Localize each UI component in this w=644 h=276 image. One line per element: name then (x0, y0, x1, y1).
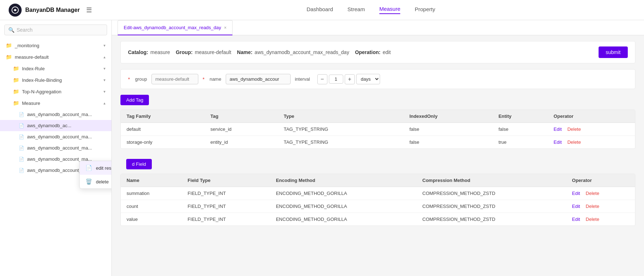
hamburger-icon[interactable]: ☰ (86, 6, 92, 14)
col-encoding: Encoding Method (270, 174, 416, 187)
group-info: Group: measure-default (176, 49, 231, 55)
operation-info: Operation: edit (355, 49, 391, 55)
field-name-cell: count (121, 200, 182, 213)
edit-resources-icon: 📄 (85, 165, 92, 171)
sidebar: 🔍 📁 _monitoring ▾ 📁 measure-default ▴ 📁 … (0, 20, 112, 276)
context-edit-resources[interactable]: 📄 edit resources (80, 161, 112, 175)
search-icon: 🔍 (8, 27, 14, 33)
sidebar-item-measure-default[interactable]: 📁 measure-default ▴ (0, 51, 111, 63)
sidebar-item-measure-folder[interactable]: 📁 Measure ▴ (0, 97, 111, 109)
tag-edit-button-0[interactable]: Edit (553, 126, 561, 132)
col-compression: Compression Method (416, 174, 566, 187)
add-tag-button[interactable]: Add Tag (120, 95, 149, 105)
sidebar-label: measure-default (15, 54, 101, 60)
encoding-cell: ENCODING_METHOD_GORILLA (270, 200, 416, 213)
sidebar-file-label: aws_dynamodb_account_ma... (27, 134, 106, 139)
search-box[interactable]: 🔍 (4, 25, 107, 35)
sidebar-file-4[interactable]: 📄 aws_dynamodb_account_ma... (0, 142, 111, 153)
interval-increment-button[interactable]: + (345, 74, 355, 84)
context-menu: 📄 edit resources 🗑️ delete (79, 161, 112, 189)
tab-edit-measure[interactable]: Edit-aws_dynamodb_account_max_reads_day … (118, 20, 233, 35)
interval-decrement-button[interactable]: − (317, 74, 327, 84)
col-indexed-only: IndexedOnly (403, 110, 493, 123)
table-row: summation FIELD_TYPE_INT ENCODING_METHOD… (121, 187, 635, 200)
nav-dashboard[interactable]: Dashboard (306, 6, 333, 14)
tab-label: Edit-aws_dynamodb_account_max_reads_day (124, 25, 221, 30)
field-edit-button-0[interactable]: Edit (572, 191, 580, 196)
interval-value: 1 (329, 75, 343, 84)
sidebar-file-1[interactable]: 📄 aws_dynamodb_account_ma... (0, 109, 111, 120)
operation-label: Operation: (355, 49, 380, 55)
sidebar-item-index-rule[interactable]: 📁 Index-Rule ▾ (0, 63, 111, 74)
folder-icon: 📁 (6, 54, 12, 60)
field-delete-button-0[interactable]: Delete (586, 191, 599, 196)
tag-delete-button-1[interactable]: Delete (567, 139, 581, 145)
context-edit-label: edit resources (96, 165, 112, 171)
folder-icon: 📁 (6, 43, 12, 48)
sidebar-file-label: aws_dynamodb_ac... (27, 123, 106, 128)
field-delete-button-2[interactable]: Delete (586, 217, 599, 222)
context-delete-label: delete (96, 179, 109, 184)
field-edit-button-2[interactable]: Edit (572, 217, 580, 222)
field-type-cell: FIELD_TYPE_INT (182, 213, 270, 226)
operator-cell: Edit Delete (566, 187, 635, 200)
operation-value: edit (383, 49, 391, 55)
sidebar-file-label: aws_dynamodb_account_ma... (27, 145, 106, 151)
fields-table-header-row: Name Field Type Encoding Method Compress… (121, 174, 635, 187)
sidebar-file-2[interactable]: 📄 aws_dynamodb_ac... (0, 120, 111, 131)
name-field-input[interactable] (226, 74, 291, 84)
table-row: count FIELD_TYPE_INT ENCODING_METHOD_GOR… (121, 200, 635, 213)
search-input[interactable] (17, 27, 103, 33)
field-edit-button-1[interactable]: Edit (572, 204, 580, 209)
file-icon: 📄 (19, 146, 24, 151)
col-entity: Entity (493, 110, 548, 123)
name-info: Name: aws_dynamodb_account_max_reads_day (237, 49, 349, 55)
app-title: BanyanDB Manager (25, 7, 80, 13)
sidebar-file-3[interactable]: 📄 aws_dynamodb_account_ma... (0, 131, 111, 142)
type-cell: TAG_TYPE_STRING (278, 123, 404, 136)
encoding-cell: ENCODING_METHOD_GORILLA (270, 187, 416, 200)
field-type-cell: FIELD_TYPE_INT (182, 187, 270, 200)
encoding-cell: ENCODING_METHOD_GORILLA (270, 213, 416, 226)
group-field-input[interactable] (151, 74, 198, 84)
sidebar-label: _monitoring (15, 43, 101, 48)
sidebar-item-index-rule-binding[interactable]: 📁 Index-Rule-Binding ▾ (0, 74, 111, 86)
submit-button[interactable]: submit (599, 46, 628, 58)
sidebar-item-monitoring[interactable]: 📁 _monitoring ▾ (0, 40, 111, 51)
folder-icon: 📁 (13, 77, 19, 83)
tab-close-button[interactable]: × (224, 25, 226, 30)
tag-edit-button-1[interactable]: Edit (553, 139, 561, 145)
interval-label: interval (295, 76, 310, 82)
name-value: aws_dynamodb_account_max_reads_day (255, 49, 349, 55)
nav-stream[interactable]: Stream (348, 6, 365, 14)
nav-measure[interactable]: Measure (379, 6, 400, 14)
folder-icon: 📁 (13, 66, 19, 71)
name-label: Name: (237, 49, 252, 55)
sidebar-label: Index-Rule-Binding (22, 77, 101, 83)
fields-section: Name Field Type Encoding Method Compress… (120, 174, 635, 226)
interval-unit-select[interactable]: days (356, 74, 380, 84)
group-field-label: group (135, 76, 147, 82)
sidebar-label: Top-N-Aggregation (22, 89, 101, 94)
col-field-type: Field Type (182, 174, 270, 187)
folder-icon: 📁 (13, 89, 19, 94)
tag-delete-button-0[interactable]: Delete (567, 126, 581, 132)
tag-family-cell: default (121, 123, 204, 136)
form-header: Catalog: measure Group: measure-default … (120, 41, 635, 63)
context-delete[interactable]: 🗑️ delete (80, 175, 112, 188)
tag-family-cell: storage-only (121, 136, 204, 149)
operator-cell: Edit Delete (548, 136, 635, 149)
chevron-up-icon: ▴ (103, 101, 106, 106)
add-field-button[interactable]: d Field (126, 159, 152, 169)
indexed-only-cell: false (403, 123, 493, 136)
table-row: value FIELD_TYPE_INT ENCODING_METHOD_GOR… (121, 213, 635, 226)
field-delete-button-1[interactable]: Delete (586, 204, 599, 209)
catalog-label: Catalog: (128, 49, 148, 55)
sidebar-item-topn[interactable]: 📁 Top-N-Aggregation ▾ (0, 86, 111, 97)
tag-cell: entity_id (204, 136, 278, 149)
chevron-up-icon: ▴ (103, 55, 106, 59)
required-star-name: * (203, 76, 204, 82)
col-tag: Tag (204, 110, 278, 123)
sidebar-label: Index-Rule (22, 66, 101, 71)
nav-property[interactable]: Property (415, 6, 435, 14)
